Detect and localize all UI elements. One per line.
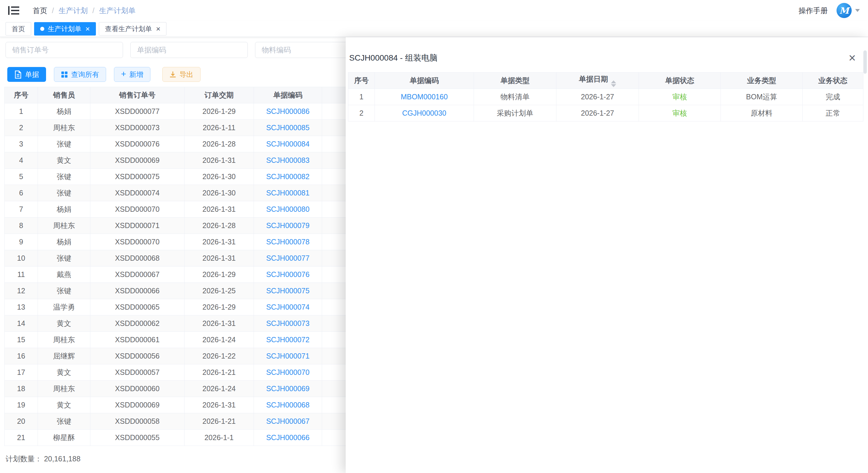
tab-2[interactable]: 生产计划单× (34, 22, 96, 36)
table-cell: 10 (5, 250, 38, 267)
close-icon[interactable]: × (848, 52, 856, 64)
document-code-link[interactable]: SCJH000072 (266, 336, 310, 344)
document-code-link[interactable]: SCJH000077 (266, 254, 310, 262)
breadcrumb-item-1[interactable]: 首页 (33, 6, 47, 15)
table-cell: 2026-1-31 (185, 234, 254, 250)
table-cell: 张键 (38, 185, 90, 201)
table-cell: XSDD000060 (90, 381, 185, 397)
tab-close-icon[interactable]: × (85, 25, 90, 33)
document-code-link[interactable]: SCJH000076 (266, 270, 310, 278)
table-cell: 11 (5, 267, 38, 283)
table-cell: 审核 (639, 105, 721, 122)
tab-1[interactable]: 首页 (5, 22, 31, 36)
document-code-link[interactable]: SCJH000079 (266, 222, 310, 230)
table-cell: 2026-1-27 (556, 105, 639, 122)
user-avatar[interactable]: M (837, 3, 852, 18)
grid-icon (61, 71, 68, 78)
column-header: 业务类型 (721, 72, 803, 89)
tab-3[interactable]: 查看生产计划单× (99, 22, 166, 36)
column-header[interactable]: 单据日期 (556, 72, 639, 89)
column-header: 业务状态 (803, 72, 863, 89)
scrollbar-thumb[interactable] (863, 50, 867, 74)
table-cell: 2026-1-31 (185, 152, 254, 169)
document-code-link[interactable]: SCJH000074 (266, 303, 310, 311)
table-cell: XSDD000055 (90, 430, 185, 446)
table-cell: 黄文 (38, 364, 90, 381)
table-cell: SCJH000072 (254, 332, 322, 348)
chevron-down-icon[interactable] (855, 9, 860, 12)
filter-input-1[interactable] (5, 42, 123, 58)
document-code-link[interactable]: SCJH000067 (266, 417, 310, 425)
table-cell: XSDD000073 (90, 120, 185, 136)
document-code-link[interactable]: SCJH000073 (266, 319, 310, 327)
document-code-link[interactable]: SCJH000068 (266, 401, 310, 409)
document-code-link[interactable]: SCJH000086 (266, 107, 310, 115)
document-code-link[interactable]: SCJH000070 (266, 368, 310, 376)
column-header: 单据编码 (254, 87, 322, 103)
table-cell: 张键 (38, 136, 90, 152)
document-code-link[interactable]: SCJH000080 (266, 205, 310, 213)
table-cell: 8 (5, 217, 38, 234)
table-cell: XSDD000062 (90, 315, 185, 332)
tab-close-icon[interactable]: × (156, 25, 160, 33)
table-cell: SCJH000083 (254, 152, 322, 169)
active-tab-dot (40, 27, 44, 31)
plan-quantity-label: 计划数量： (5, 454, 42, 463)
table-row: 1MBOM000160物料清单2026-1-27审核BOM运算完成 (348, 89, 863, 105)
document-code-link[interactable]: SCJH000082 (266, 172, 310, 180)
table-cell: 2026-1-21 (185, 364, 254, 381)
plan-quantity-value: 20,161,188 (44, 454, 81, 463)
breadcrumb-item-2[interactable]: 生产计划 (59, 6, 88, 15)
table-cell: XSDD000074 (90, 185, 185, 201)
table-cell: 周桂东 (38, 217, 90, 234)
status-badge: 审核 (673, 93, 687, 101)
document-icon (14, 70, 22, 79)
query-all-button[interactable]: 查询所有 (54, 67, 106, 82)
table-cell: MBOM000160 (375, 89, 474, 105)
collapse-menu-icon[interactable] (8, 5, 19, 15)
table-cell: 4 (5, 152, 38, 169)
table-cell: CGJH000030 (375, 105, 474, 122)
breadcrumb-item-3[interactable]: 生产计划单 (99, 6, 135, 15)
document-code-link[interactable]: SCJH000078 (266, 238, 310, 246)
table-cell: 5 (5, 169, 38, 185)
table-cell: 19 (5, 397, 38, 413)
document-code-link[interactable]: SCJH000075 (266, 286, 310, 295)
related-doc-link[interactable]: MBOM000160 (401, 93, 448, 101)
table-cell: 2026-1-24 (185, 332, 254, 348)
table-cell: 2 (5, 120, 38, 136)
sort-desc-caret (611, 84, 616, 87)
detail-drawer: SCJH000084 - 组装电脑 × 序号单据编码单据类型单据日期单据状态业务… (346, 37, 868, 473)
manual-link[interactable]: 操作手册 (799, 6, 828, 15)
table-cell: 3 (5, 136, 38, 152)
table-cell: 黄文 (38, 152, 90, 169)
table-cell: 17 (5, 364, 38, 381)
drawer-table-header-row: 序号单据编码单据类型单据日期单据状态业务类型业务状态 (348, 72, 863, 89)
column-header: 序号 (5, 87, 38, 103)
table-cell: 2026-1-25 (185, 283, 254, 299)
document-code-link[interactable]: SCJH000084 (266, 140, 310, 148)
document-code-link[interactable]: SCJH000071 (266, 352, 310, 360)
document-code-link[interactable]: SCJH000069 (266, 384, 310, 393)
export-button[interactable]: 导出 (162, 67, 200, 82)
filter-input-2[interactable] (130, 42, 248, 58)
document-code-link[interactable]: SCJH000066 (266, 433, 310, 442)
table-cell: SCJH000073 (254, 315, 322, 332)
table-cell: SCJH000079 (254, 217, 322, 234)
column-header: 订单交期 (185, 87, 254, 103)
document-button[interactable]: 单据 (7, 67, 46, 82)
table-cell: SCJH000066 (254, 430, 322, 446)
table-cell: 2026-1-22 (185, 348, 254, 364)
sort-icon[interactable] (611, 80, 616, 87)
table-cell: 张键 (38, 250, 90, 267)
document-code-link[interactable]: SCJH000083 (266, 156, 310, 164)
related-doc-link[interactable]: CGJH000030 (402, 109, 446, 117)
column-header-label: 单据日期 (579, 75, 608, 83)
document-code-link[interactable]: SCJH000081 (266, 189, 310, 197)
table-cell: 正常 (803, 105, 863, 122)
add-button[interactable]: + 新增 (114, 67, 150, 82)
document-code-link[interactable]: SCJH000085 (266, 124, 310, 132)
tab-label: 查看生产计划单 (105, 25, 152, 33)
table-cell: 原材料 (721, 105, 803, 122)
table-cell: 2026-1-31 (185, 315, 254, 332)
